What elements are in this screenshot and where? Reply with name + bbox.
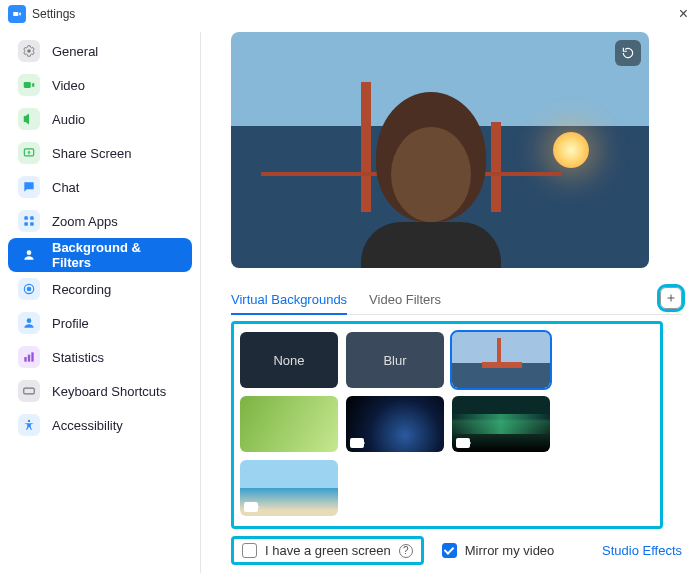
sidebar-item-label: Chat [52, 180, 79, 195]
video-indicator-icon [350, 438, 364, 448]
sidebar-item-label: Video [52, 78, 85, 93]
green-screen-group: I have a green screen ? [231, 536, 424, 565]
sidebar-item-label: Recording [52, 282, 111, 297]
bg-option-grass[interactable] [240, 396, 338, 452]
sidebar-item-video[interactable]: Video [8, 68, 192, 102]
video-icon [18, 74, 40, 96]
sidebar-item-label: Accessibility [52, 418, 123, 433]
sidebar-item-background[interactable]: Background & Filters [8, 238, 192, 272]
sidebar-item-shortcuts[interactable]: Keyboard Shortcuts [8, 374, 192, 408]
svg-rect-6 [30, 222, 34, 226]
video-preview [231, 32, 649, 268]
sidebar-item-label: Audio [52, 112, 85, 127]
rec-icon [18, 278, 40, 300]
stats-icon [18, 346, 40, 368]
add-background-button[interactable] [660, 287, 682, 309]
mirror-checkbox[interactable] [442, 543, 457, 558]
video-indicator-icon [244, 502, 258, 512]
help-icon[interactable]: ? [399, 544, 413, 558]
tab-video-filters[interactable]: Video Filters [369, 286, 441, 315]
sidebar-item-label: Statistics [52, 350, 104, 365]
svg-point-10 [27, 318, 32, 323]
bg-option-beach[interactable] [240, 460, 338, 516]
bg-option-earth[interactable] [346, 396, 444, 452]
sidebar: GeneralVideoAudioShare ScreenChatZoom Ap… [0, 28, 200, 577]
svg-rect-13 [31, 352, 33, 361]
svg-rect-12 [28, 355, 30, 362]
svg-rect-4 [30, 216, 34, 220]
studio-effects-link[interactable]: Studio Effects [602, 543, 682, 558]
footer-row: I have a green screen ? Mirror my video … [231, 530, 682, 567]
svg-point-9 [27, 287, 31, 291]
sidebar-item-stats[interactable]: Statistics [8, 340, 192, 374]
sidebar-item-label: Keyboard Shortcuts [52, 384, 166, 399]
sidebar-item-audio[interactable]: Audio [8, 102, 192, 136]
sidebar-item-label: Share Screen [52, 146, 132, 161]
sidebar-item-a11y[interactable]: Accessibility [8, 408, 192, 442]
app-icon [8, 5, 26, 23]
gear-icon [18, 40, 40, 62]
window-title: Settings [32, 7, 75, 21]
background-grid: None Blur [231, 321, 663, 529]
green-screen-label: I have a green screen [265, 543, 391, 558]
main-content: Virtual Backgrounds Video Filters None B… [201, 28, 700, 577]
svg-point-7 [27, 250, 32, 255]
bg-option-bridge[interactable] [452, 332, 550, 388]
svg-rect-3 [24, 216, 28, 220]
title-bar: Settings × [0, 0, 700, 28]
svg-rect-1 [24, 82, 31, 88]
rotate-icon[interactable] [615, 40, 641, 66]
sidebar-item-recording[interactable]: Recording [8, 272, 192, 306]
svg-point-18 [28, 420, 30, 422]
tab-virtual-backgrounds[interactable]: Virtual Backgrounds [231, 286, 347, 315]
sidebar-item-label: Background & Filters [52, 240, 182, 270]
sidebar-item-apps[interactable]: Zoom Apps [8, 204, 192, 238]
sidebar-item-label: Profile [52, 316, 89, 331]
bg-option-none[interactable]: None [240, 332, 338, 388]
bg-option-blur[interactable]: Blur [346, 332, 444, 388]
kbd-icon [18, 380, 40, 402]
share-icon [18, 142, 40, 164]
svg-rect-14 [24, 388, 35, 394]
close-button[interactable]: × [675, 5, 692, 23]
svg-rect-11 [24, 357, 26, 362]
sidebar-item-share[interactable]: Share Screen [8, 136, 192, 170]
bg-icon [18, 244, 40, 266]
svg-point-0 [27, 49, 31, 53]
sidebar-item-profile[interactable]: Profile [8, 306, 192, 340]
chat-icon [18, 176, 40, 198]
video-indicator-icon [456, 438, 470, 448]
audio-icon [18, 108, 40, 130]
sidebar-item-label: Zoom Apps [52, 214, 118, 229]
sidebar-item-chat[interactable]: Chat [8, 170, 192, 204]
sidebar-item-general[interactable]: General [8, 34, 192, 68]
mirror-label: Mirror my video [465, 543, 555, 558]
a11y-icon [18, 414, 40, 436]
mirror-group: Mirror my video [442, 543, 555, 558]
apps-icon [18, 210, 40, 232]
bg-option-aurora[interactable] [452, 396, 550, 452]
svg-rect-5 [24, 222, 28, 226]
profile-icon [18, 312, 40, 334]
sidebar-item-label: General [52, 44, 98, 59]
tabs-row: Virtual Backgrounds Video Filters [231, 286, 682, 315]
green-screen-checkbox[interactable] [242, 543, 257, 558]
